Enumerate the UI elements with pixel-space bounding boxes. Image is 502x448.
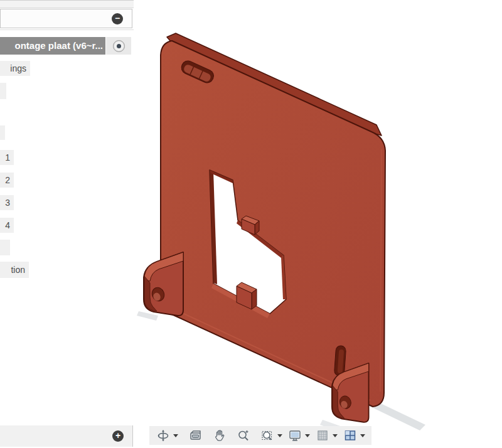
- look-at-icon: [189, 429, 203, 442]
- browser-panel-footer: +: [0, 425, 132, 447]
- browser-item-4[interactable]: 4: [0, 218, 14, 233]
- application-window: − ontage plaat (v6~r... ings 1 2 3 4 tio…: [0, 0, 502, 448]
- display-settings-icon: [288, 429, 302, 442]
- browser-item[interactable]: [0, 240, 10, 255]
- browser-item-3[interactable]: 3: [0, 195, 14, 210]
- grid-dropdown-caret[interactable]: [333, 434, 338, 437]
- display-dropdown-caret[interactable]: [305, 434, 310, 437]
- mounting-foot-left[interactable]: [144, 252, 183, 316]
- browser-item-settings[interactable]: ings: [0, 61, 30, 76]
- radio-icon: [113, 40, 125, 52]
- plate-body[interactable]: [161, 41, 385, 407]
- browser-item-construction[interactable]: tion: [0, 262, 29, 278]
- orbit-icon: [156, 429, 170, 442]
- zoom-icon: [237, 429, 250, 442]
- fit-dropdown-caret[interactable]: [277, 434, 282, 437]
- navigation-toolbar: [149, 426, 371, 445]
- display-settings-button[interactable]: [287, 427, 303, 444]
- zoom-button[interactable]: [235, 427, 252, 444]
- 3d-model-viewport[interactable]: [0, 0, 502, 448]
- viewports-icon: [343, 429, 357, 442]
- viewports-button[interactable]: [342, 427, 358, 444]
- add-button[interactable]: +: [112, 430, 124, 442]
- browser-item[interactable]: [0, 83, 6, 99]
- browser-panel-header: −: [0, 9, 132, 28]
- grid-and-snaps-button[interactable]: [314, 427, 331, 444]
- panel-separator: [0, 29, 134, 30]
- look-at-button[interactable]: [188, 427, 204, 444]
- orbit-dropdown-caret[interactable]: [173, 434, 178, 437]
- browser-item-1[interactable]: 1: [0, 150, 14, 165]
- browser-item-2[interactable]: 2: [0, 173, 14, 188]
- pan-button[interactable]: [211, 427, 228, 444]
- grid-icon: [316, 429, 329, 442]
- fit-zoom-window-button[interactable]: [259, 427, 275, 444]
- activate-component-radio[interactable]: [106, 37, 131, 55]
- orbit-button[interactable]: [155, 427, 171, 444]
- collapse-panel-button[interactable]: −: [112, 13, 123, 24]
- browser-item[interactable]: [0, 125, 5, 140]
- pan-hand-icon: [213, 429, 227, 442]
- panel-top-strip: [0, 0, 134, 8]
- panel-footer-separator: [132, 425, 133, 447]
- zoom-window-icon: [260, 429, 274, 442]
- viewports-dropdown-caret[interactable]: [360, 434, 365, 437]
- root-item-label[interactable]: ontage plaat (v6~r...: [0, 37, 105, 55]
